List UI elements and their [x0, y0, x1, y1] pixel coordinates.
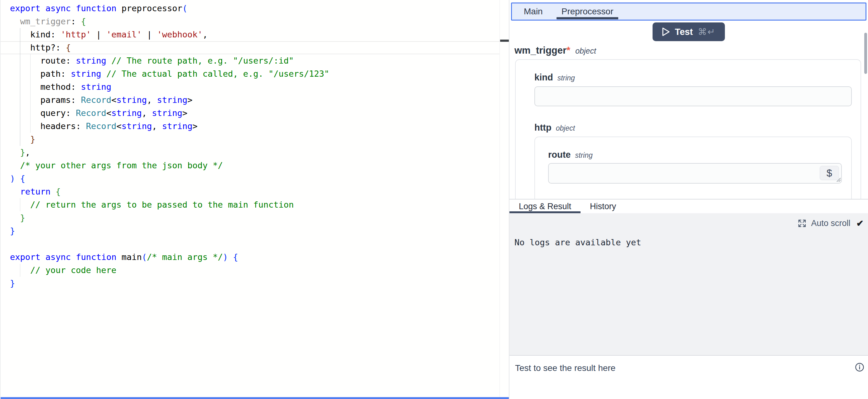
logs-body: Auto scroll ✔ No logs are available yet [509, 213, 868, 355]
test-button[interactable]: Test ⌘↵ [653, 23, 725, 41]
resize-handle-icon[interactable] [834, 176, 841, 184]
test-shortcut-hint: ⌘↵ [698, 27, 716, 37]
root-field-type: object [575, 47, 596, 56]
kind-field-label-row: kind string [534, 72, 861, 83]
http-field-type: object [556, 124, 575, 132]
dollar-icon: $ [827, 167, 832, 179]
info-icon[interactable] [855, 363, 864, 373]
no-logs-message: No logs are available yet [515, 238, 641, 247]
tab-preprocessor-label: Preprocessor [561, 6, 614, 17]
logs-panel: Logs & Result History [509, 199, 868, 355]
tab-history[interactable]: History [581, 200, 625, 213]
kind-input[interactable] [534, 86, 852, 106]
route-field-type: string [575, 151, 593, 160]
editor-scrollbar-gutter [499, 0, 500, 399]
result-panel: Test to see the result here [509, 355, 868, 399]
kind-field-type: string [557, 74, 575, 82]
http-object-box: route string $ [534, 136, 852, 199]
test-button-row: Test ⌘↵ [509, 21, 868, 43]
code-editor[interactable]: export async function preprocessor( wm_t… [0, 0, 509, 399]
kind-field-name: kind [534, 72, 553, 83]
required-asterisk: * [566, 45, 570, 56]
function-tabbar: Main Preprocessor [511, 2, 866, 21]
test-button-label: Test [675, 27, 693, 37]
wm-trigger-object-box: kind string http object route string [515, 59, 861, 199]
route-field-name: route [548, 150, 571, 160]
autoscroll-label: Auto scroll [811, 218, 850, 228]
autoscroll-checkbox[interactable]: ✔ [857, 218, 864, 228]
tab-main[interactable]: Main [515, 3, 552, 20]
logs-tabbar: Logs & Result History [509, 200, 868, 213]
code-lines[interactable]: export async function preprocessor( wm_t… [10, 2, 499, 290]
autoscroll-row: Auto scroll ✔ [798, 218, 864, 228]
root-field-header: wm_trigger* object [515, 45, 868, 56]
tab-main-label: Main [524, 6, 543, 17]
http-field-name: http [534, 123, 552, 133]
form-scrollbar-thumb[interactable] [864, 33, 867, 74]
http-field-label-row: http object [534, 123, 861, 133]
root-field-name: wm_trigger [515, 45, 566, 56]
result-placeholder-text: Test to see the result here [515, 363, 864, 373]
right-panel: Main Preprocessor Test ⌘↵ wm_t [509, 0, 868, 399]
app-window: export async function preprocessor( wm_t… [0, 0, 868, 399]
tab-logs-result-label: Logs & Result [519, 202, 571, 211]
editor-focus-accent-bar [1, 397, 509, 399]
tab-history-label: History [590, 202, 616, 211]
route-input[interactable] [548, 163, 842, 184]
overview-ruler-cursor-mark [500, 39, 509, 42]
tab-logs-result[interactable]: Logs & Result [509, 200, 581, 213]
route-field-label-row: route string [548, 150, 851, 160]
tab-preprocessor[interactable]: Preprocessor [552, 3, 623, 20]
expand-icon[interactable] [798, 219, 806, 227]
play-outline-icon [662, 27, 670, 36]
schema-form: wm_trigger* object kind string http obje… [509, 43, 868, 199]
